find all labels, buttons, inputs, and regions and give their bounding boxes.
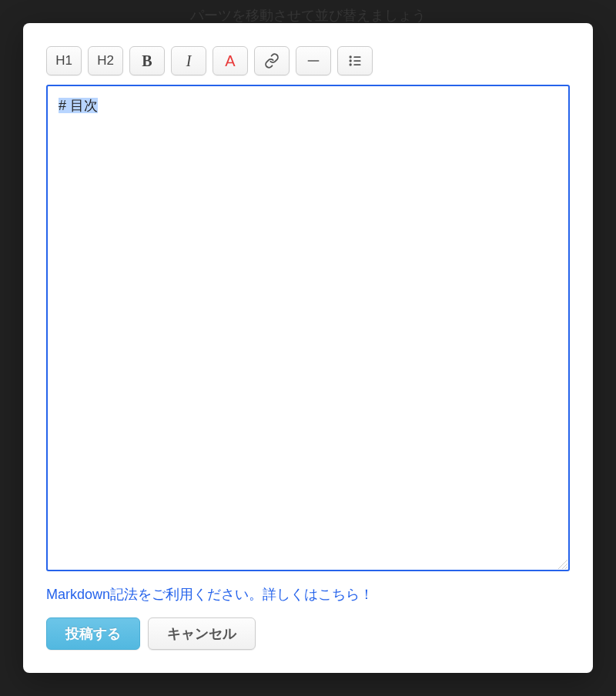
submit-button[interactable]: 投稿する bbox=[46, 617, 140, 650]
svg-point-3 bbox=[350, 63, 352, 65]
editor-toolbar: H1 H2 B I A bbox=[46, 46, 570, 75]
svg-rect-6 bbox=[353, 64, 360, 65]
editor-wrapper: # 目次 bbox=[46, 85, 570, 571]
horizontal-rule-button[interactable] bbox=[296, 46, 331, 75]
heading2-button[interactable]: H2 bbox=[88, 46, 123, 75]
svg-point-2 bbox=[350, 59, 352, 62]
link-button[interactable] bbox=[254, 46, 290, 75]
action-buttons: 投稿する キャンセル bbox=[46, 617, 570, 650]
heading1-button[interactable]: H1 bbox=[46, 46, 82, 75]
italic-button[interactable]: I bbox=[171, 46, 206, 75]
bold-button[interactable]: B bbox=[129, 46, 165, 75]
text-color-button[interactable]: A bbox=[213, 46, 248, 75]
svg-rect-5 bbox=[353, 60, 360, 62]
list-icon bbox=[347, 53, 363, 69]
markdown-editor[interactable]: # 目次 bbox=[46, 85, 570, 571]
editor-modal: H1 H2 B I A # 目次 bbox=[23, 23, 593, 673]
editor-content: # 目次 bbox=[59, 98, 98, 113]
minus-icon bbox=[306, 53, 321, 69]
link-icon bbox=[264, 53, 280, 69]
markdown-hint-link[interactable]: Markdown記法をご利用ください。詳しくはこちら！ bbox=[46, 585, 570, 604]
list-button[interactable] bbox=[337, 46, 373, 75]
svg-point-1 bbox=[350, 55, 352, 58]
svg-rect-4 bbox=[353, 56, 360, 58]
cancel-button[interactable]: キャンセル bbox=[148, 617, 256, 650]
